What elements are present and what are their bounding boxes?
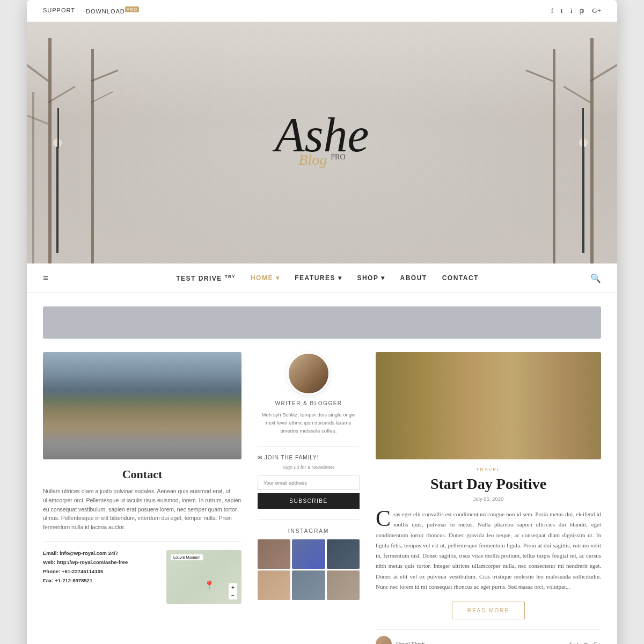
left-column: Contact Nullam ultrices diam a justo pul… (43, 352, 241, 644)
map-label: Louvre Museum (171, 554, 203, 560)
instagram-grid (258, 539, 360, 600)
post-body-text: ras eget elit convallis est condimentum … (376, 511, 601, 590)
read-more-button[interactable]: READ MORE (452, 602, 525, 619)
author-name: Royal-Flush (396, 641, 425, 645)
author-avatar-small (376, 636, 392, 644)
download-link[interactable]: DOWNLOADPRO (86, 7, 139, 14)
zoom-out[interactable]: − (231, 592, 235, 598)
right-column: TRAVEL Start Day Positive July 25, 2020 … (376, 352, 601, 644)
post-googleplus-icon[interactable]: G+ (594, 641, 601, 645)
twitter-icon[interactable]: t (561, 6, 563, 15)
post-title: Start Day Positive (376, 475, 601, 493)
googleplus-icon[interactable]: G+ (592, 6, 601, 15)
instagram-thumb-5[interactable] (292, 570, 325, 600)
instagram-thumb-1[interactable] (258, 539, 290, 569)
tree-right-decoration (510, 38, 617, 264)
svg-rect-10 (57, 108, 59, 148)
svg-line-7 (91, 92, 113, 103)
svg-rect-12 (553, 49, 555, 264)
svg-rect-8 (56, 145, 58, 253)
svg-line-15 (526, 70, 553, 81)
top-bar-left: SUPPORT DOWNLOADPRO (43, 7, 139, 14)
fax-row: Fax: +1-212-8978521 (43, 577, 158, 583)
post-image-content (376, 352, 601, 459)
tree-left-decoration (27, 38, 134, 264)
post-twitter-icon[interactable]: t (577, 641, 579, 645)
nav-item-features[interactable]: FEATURES ▾ (295, 274, 342, 282)
subscribe-button[interactable]: SUBSCRIBE (258, 493, 360, 509)
nav-item-contact[interactable]: CONTACT (442, 274, 479, 282)
contact-article: Contact Nullam ultrices diam a justo pul… (43, 352, 241, 532)
browser-frame: SUPPORT DOWNLOADPRO f t i 𝕡 G+ (27, 0, 617, 644)
svg-rect-16 (582, 145, 584, 253)
svg-line-13 (590, 65, 617, 81)
web-row: Web: http://wp-royal.com/ashe-free (43, 559, 158, 565)
drop-cap: C (376, 509, 391, 529)
post-category[interactable]: TRAVEL (376, 467, 601, 472)
post-featured-image (376, 352, 601, 459)
newsletter-email-input[interactable] (258, 475, 360, 490)
post-facebook-icon[interactable]: f (569, 641, 572, 645)
top-bar: SUPPORT DOWNLOADPRO f t i 𝕡 G+ (27, 0, 617, 22)
post-date: July 25, 2020 (376, 496, 601, 502)
phone-row: Phone: +61-22746114105 (43, 568, 158, 574)
facebook-icon[interactable]: f (551, 6, 553, 15)
instagram-icon[interactable]: i (570, 6, 573, 15)
nav-item-shop[interactable]: SHOP ▾ (357, 274, 385, 282)
post-body: C ras eget elit convallis est condimentu… (376, 509, 601, 592)
main-content: Contact Nullam ultrices diam a justo pul… (27, 352, 617, 644)
article-image (43, 352, 241, 459)
newsletter-widget: ✉ JOIN THE FAMILY! Sign up for a Newslet… (258, 446, 360, 509)
svg-line-3 (27, 65, 48, 81)
author-title: WRITER & BLOGGER (258, 400, 360, 406)
social-links: f t i 𝕡 G+ (551, 6, 601, 15)
instagram-thumb-3[interactable] (327, 539, 360, 569)
post-meta: Royal-Flush f t 𝕡 G+ (376, 629, 601, 644)
instagram-thumb-2[interactable] (292, 539, 325, 569)
support-link[interactable]: SUPPORT (43, 7, 75, 14)
contact-info-section: Email: info@wp-royal.com 24/7 Web: http:… (43, 541, 241, 604)
post-social-icons: f t 𝕡 G+ (569, 641, 601, 645)
instagram-thumb-4[interactable] (258, 570, 290, 600)
svg-line-4 (48, 86, 75, 103)
map-zoom-controls[interactable]: + − (229, 583, 237, 599)
email-row: Email: info@wp-royal.com 24/7 (43, 550, 158, 556)
author-avatar (287, 352, 330, 395)
nav-links: TEST DRIVE TRY HOME ▾ FEATURES ▾ SHOP ▾ … (64, 274, 590, 282)
instagram-widget: INSTAGRAM (258, 519, 360, 600)
svg-line-5 (27, 113, 48, 124)
nav-item-about[interactable]: ABOUT (400, 274, 427, 282)
post-pinterest-icon[interactable]: 𝕡 (584, 641, 588, 645)
instagram-title: INSTAGRAM (258, 528, 360, 534)
newsletter-title: ✉ JOIN THE FAMILY! (258, 455, 360, 460)
instagram-thumb-6[interactable] (327, 570, 360, 600)
ad-banner (43, 306, 601, 339)
svg-rect-0 (48, 38, 52, 264)
article-description: Nullam ultrices diam a justo pulvinar so… (43, 487, 241, 532)
svg-line-6 (91, 70, 118, 81)
author-row: Royal-Flush (376, 636, 425, 644)
svg-line-14 (564, 86, 590, 103)
hamburger-menu[interactable]: ≡ (43, 273, 48, 284)
search-icon[interactable]: 🔍 (590, 273, 601, 283)
pro-badge: PRO (125, 6, 139, 12)
nav-item-home[interactable]: HOME ▾ (251, 274, 280, 282)
navigation-bar: ≡ TEST DRIVE TRY HOME ▾ FEATURES ▾ SHOP … (27, 264, 617, 293)
map-pin-icon: 📍 (204, 580, 215, 590)
nav-item-test-drive[interactable]: TEST DRIVE TRY (176, 274, 236, 282)
mountain-image (43, 352, 241, 459)
article-title: Contact (43, 467, 241, 481)
contact-details: Email: info@wp-royal.com 24/7 Web: http:… (43, 550, 158, 604)
svg-rect-11 (590, 38, 594, 264)
hero-title: Ashe Blog PRO (275, 111, 369, 169)
hero-banner: Ashe Blog PRO (27, 22, 617, 264)
pinterest-icon[interactable]: 𝕡 (580, 6, 584, 15)
author-bio: Meh syh Schlitz, tempor duis single orig… (258, 411, 360, 435)
newsletter-subtitle: Sign up for a Newsletter (258, 465, 360, 470)
zoom-in[interactable]: + (231, 584, 235, 590)
svg-rect-18 (582, 108, 584, 148)
map-widget[interactable]: Louvre Museum 📍 + − (166, 550, 241, 604)
middle-column: WRITER & BLOGGER Meh syh Schlitz, tempor… (258, 352, 360, 644)
